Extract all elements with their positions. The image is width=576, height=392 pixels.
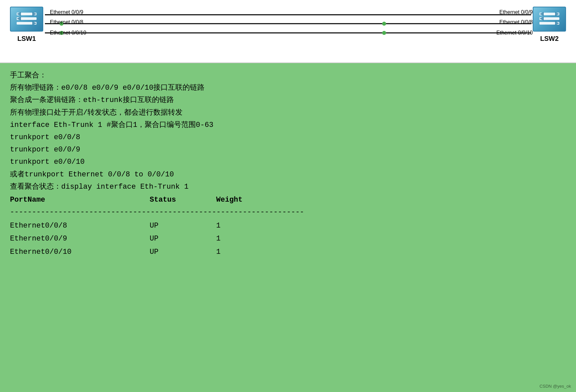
svg-marker-14 [32,21,37,25]
text-line10: 查看聚合状态：display interface Eth-Trunk 1 [10,181,566,193]
table-row: Ethernet0/0/8 UP 1 [10,220,566,232]
text-line8: trunkport e0/0/10 [10,156,566,168]
text-line4: 所有物理接口处于开启/转发状态，都会进行数据转发 [10,107,566,119]
text-line6: trunkport e0/0/8 [10,132,566,143]
col-weight-header: Weight [216,194,283,206]
svg-marker-19 [539,12,544,16]
port-label-left-eth9: Ethernet 0/0/9 [50,9,83,15]
lsw2-label: LSW2 [540,35,559,43]
text-line3: 聚合成一条逻辑链路：eth-trunk接口互联的链路 [10,94,566,106]
table-header: PortName Status Weight [10,194,566,206]
text-line7: trunkport e0/0/9 [10,144,566,155]
lsw2-switch: LSW2 [533,7,566,37]
port-label-right-eth9: Ethernet 0/0/9 [499,9,533,15]
svg-marker-22 [555,21,559,25]
row3-weight: 1 [216,246,283,258]
row3-portname: Ethernet0/0/10 [10,246,150,258]
col-status-header: Status [150,194,216,206]
svg-point-5 [382,22,386,26]
text-line9: 或者trunkport Ethernet 0/0/8 to 0/0/10 [10,169,566,180]
port-label-left-eth10: Ethernet 0/0/10 [50,30,86,36]
row3-status: UP [150,246,216,258]
content-area: 手工聚合： 所有物理链路：e0/0/8 e0/0/9 e0/0/10接口互联的链… [0,63,576,266]
svg-marker-13 [32,12,37,16]
table-row: Ethernet0/0/9 UP 1 [10,233,566,245]
port-label-left-eth8: Ethernet 0/0/8 [50,19,83,25]
row1-status: UP [150,220,216,232]
svg-marker-11 [17,12,21,16]
text-line2: 所有物理链路：e0/0/8 e0/0/9 e0/0/10接口互联的链路 [10,82,566,94]
svg-marker-20 [539,17,544,21]
port-label-right-eth8: Ethernet 0/0/8 [499,19,533,25]
text-line5: interface Eth-Trunk 1 #聚合口1，聚合口编号范围0-63 [10,119,566,131]
watermark: CSDN @yes_ok [539,384,571,389]
svg-marker-12 [17,17,21,21]
svg-marker-21 [555,12,559,16]
lsw1-switch: LSW1 [10,7,43,37]
row1-weight: 1 [216,220,283,232]
network-diagram: LSW1 LSW2 Ethernet 0/0/9 Ethernet 0/0/8 … [0,0,576,63]
lsw1-label: LSW1 [17,35,36,43]
col-portname-header: PortName [10,194,150,206]
table-row: Ethernet0/0/10 UP 1 [10,246,566,258]
port-table: PortName Status Weight -----------------… [10,194,566,258]
text-line1: 手工聚合： [10,70,566,81]
port-label-right-eth10: Ethernet 0/0/10 [497,30,533,36]
svg-point-6 [382,31,386,35]
row2-weight: 1 [216,233,283,245]
row2-status: UP [150,233,216,245]
row1-portname: Ethernet0/0/8 [10,220,150,232]
table-divider: ----------------------------------------… [10,206,566,218]
row2-portname: Ethernet0/0/9 [10,233,150,245]
